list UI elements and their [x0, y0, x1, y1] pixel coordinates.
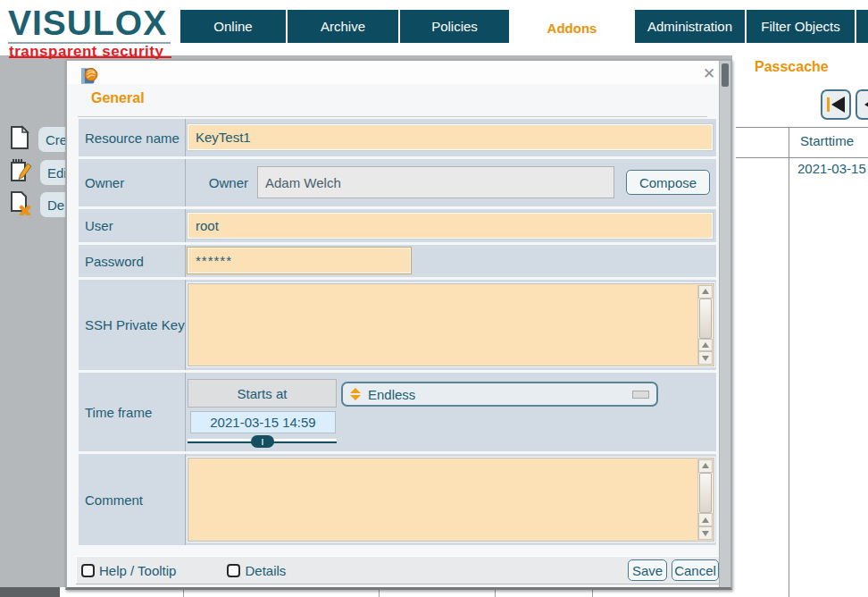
tab-addons[interactable]: Addons — [511, 10, 633, 46]
table-border — [736, 127, 868, 128]
arrow-left-icon — [831, 97, 845, 113]
endless-dropdown[interactable]: Endless — [341, 382, 658, 407]
password-label: Password — [79, 245, 186, 277]
ssh-private-key-label: SSH Private Key — [79, 280, 186, 370]
arrow-up-icon — [702, 517, 709, 523]
table-cell-starttime: 2021-03-15 1 — [797, 161, 868, 176]
tagline-underline — [9, 56, 171, 58]
scroll-up-button[interactable] — [698, 513, 713, 526]
tab-online[interactable]: Online — [180, 10, 286, 43]
password-input[interactable]: ****** — [188, 248, 411, 273]
help-tooltip-label: Help / Tooltip — [99, 563, 176, 578]
new-document-icon — [9, 125, 30, 154]
resource-name-label: Resource name — [79, 119, 186, 156]
row-comment: Comment — [79, 454, 716, 545]
user-label: User — [79, 209, 186, 242]
dropdown-grip[interactable] — [632, 391, 649, 399]
time-slider-thumb[interactable] — [251, 435, 274, 448]
page-title: Passcache — [755, 59, 829, 75]
first-page-bar — [827, 97, 830, 112]
resource-name-input[interactable]: KeyTest1 — [188, 124, 713, 150]
passcache-key-icon — [79, 66, 99, 89]
scrollbar-thumb[interactable] — [699, 298, 712, 339]
scroll-up-button[interactable] — [698, 285, 713, 298]
background-table-dark-cell — [0, 587, 60, 597]
delete-document-icon — [9, 190, 32, 219]
first-page-button[interactable] — [821, 89, 851, 120]
row-ssh-private-key: SSH Private Key — [79, 280, 716, 370]
close-icon[interactable]: ✕ — [703, 65, 715, 83]
scroll-up-button[interactable] — [698, 339, 713, 352]
table-column-divider — [789, 127, 789, 597]
arrow-up-icon — [702, 342, 709, 348]
dialog-scrollbar-thumb[interactable] — [722, 63, 729, 87]
scroll-up-button[interactable] — [698, 459, 713, 473]
arrow-left-icon — [864, 97, 868, 113]
textarea-scrollbar[interactable] — [697, 285, 713, 365]
scrollbar-thumb[interactable] — [699, 473, 712, 513]
tab-administration[interactable]: Administration — [635, 10, 745, 43]
arrow-up-icon — [702, 289, 709, 294]
endless-dropdown-value: Endless — [368, 387, 415, 402]
save-button[interactable]: Save — [628, 559, 667, 581]
owner-inner-label: Owner — [193, 159, 248, 206]
details-checkbox[interactable] — [227, 564, 240, 577]
compose-button[interactable]: Compose — [626, 170, 710, 195]
owner-field[interactable]: Adam Welch — [257, 166, 614, 198]
resource-dialog: ✕ General Resource name KeyTest1 Owner O… — [65, 59, 732, 590]
row-user: User root — [79, 209, 716, 242]
row-password: Password ****** — [79, 245, 716, 277]
tab-filter-objects[interactable]: Filter Objects — [747, 10, 855, 43]
time-slider[interactable] — [188, 439, 337, 443]
arrow-down-icon — [702, 531, 709, 536]
user-input[interactable]: root — [188, 213, 713, 239]
dialog-separator — [78, 116, 707, 117]
table-border — [736, 157, 868, 158]
row-time-frame: Time frame Starts at Endless 2021-03-15 … — [79, 373, 716, 451]
comment-textarea[interactable] — [188, 458, 714, 542]
arrow-down-icon — [702, 356, 709, 361]
edit-document-icon — [9, 158, 32, 187]
dialog-titlebar — [67, 61, 730, 84]
tab-partial[interactable] — [856, 10, 868, 43]
scroll-down-button[interactable] — [698, 351, 713, 365]
start-datetime-field[interactable]: 2021-03-15 14:59 — [190, 411, 336, 433]
time-frame-label: Time frame — [79, 373, 186, 451]
textarea-scrollbar[interactable] — [697, 459, 713, 540]
dialog-section-title: General — [91, 90, 145, 106]
help-tooltip-checkbox[interactable] — [81, 564, 95, 577]
ssh-private-key-textarea[interactable] — [188, 283, 714, 366]
dialog-footer: Help / Tooltip Details Save Cancel — [76, 556, 721, 584]
scroll-down-button[interactable] — [698, 526, 713, 540]
prev-page-button[interactable] — [855, 89, 868, 120]
dialog-scrollbar[interactable] — [719, 61, 730, 587]
column-header-starttime[interactable]: Starttime — [800, 133, 854, 148]
sort-diamond-icon — [350, 388, 361, 400]
details-label: Details — [245, 563, 286, 578]
row-resource-name: Resource name KeyTest1 — [79, 119, 716, 156]
comment-label: Comment — [79, 454, 186, 545]
starts-at-button[interactable]: Starts at — [188, 379, 337, 408]
row-owner: Owner Owner Adam Welch Compose — [79, 159, 716, 206]
tab-archive[interactable]: Archive — [288, 10, 398, 43]
app-header: VISULOX transparent security Online Arch… — [0, 0, 868, 55]
arrow-up-icon — [702, 463, 709, 468]
brand-logo: VISULOX — [8, 4, 167, 43]
cancel-button[interactable]: Cancel — [672, 559, 719, 581]
owner-label: Owner — [79, 159, 186, 206]
tab-policies[interactable]: Policies — [400, 10, 509, 43]
app-window: VISULOX transparent security Online Arch… — [0, 0, 868, 597]
brand-tagline: transparent security — [9, 43, 163, 61]
